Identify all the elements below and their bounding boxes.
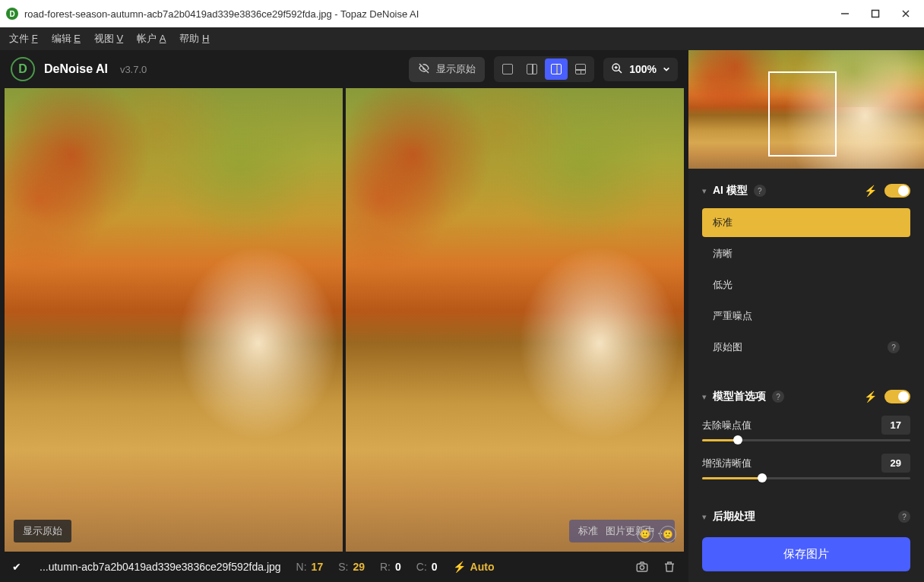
prefs-toggle[interactable] [884,390,910,403]
prefs-title: 模型首选项 [713,390,766,403]
sharpen-slider-row: 增强清晰值 29 [702,448,910,486]
rate-good-icon[interactable]: 🙂 [637,526,653,542]
model-clear[interactable]: 清晰 [702,239,910,268]
panel-model-prefs: ▾ 模型首选项 ? ⚡ 去除噪点值 17 [688,375,924,495]
window-titlebar: D road-forest-season-autumn-acb7a2b0419a… [0,0,924,27]
stat-s-label: S: [338,561,348,573]
post-title: 后期处理 [713,510,755,523]
auto-button[interactable]: ⚡Auto [453,561,495,573]
app-version-label: v3.7.0 [120,64,147,75]
rate-bad-icon[interactable]: 🙁 [660,526,676,542]
bolt-icon: ⚡ [864,185,877,197]
stat-c-label: C: [416,561,427,573]
denoise-value[interactable]: 17 [881,416,910,435]
stat-n-label: N: [296,561,307,573]
toolbar: D DeNoise AI v3.7.0 显示原始 100% [0,50,688,88]
help-icon[interactable]: ? [888,341,900,353]
check-icon: ✔ [12,561,21,573]
save-image-button[interactable]: 保存图片 [702,537,910,571]
help-icon[interactable]: ? [898,511,910,523]
chevron-down-icon: ▾ [702,392,707,402]
zoom-icon [611,62,623,77]
menu-account[interactable]: 帐户 A [137,32,166,46]
navigator[interactable] [688,50,924,169]
menubar: 文件 F 编辑 E 视图 V 帐户 A 帮助 H [0,27,924,50]
preview-original-pane[interactable]: 显示原始 [5,88,343,552]
model-raw[interactable]: 原始图? [702,333,910,362]
statusbar: ✔ ...utumn-acb7a2b0419ad339e3836ce29f592… [0,552,688,582]
show-original-label: 显示原始 [436,62,476,76]
sharpen-label: 增强清晰值 [702,457,752,470]
window-title: road-forest-season-autumn-acb7a2b0419ad3… [24,8,839,20]
app-logo: D [11,57,35,81]
camera-icon[interactable] [635,560,649,574]
help-icon[interactable]: ? [754,185,766,197]
view-mode-group [494,56,594,82]
svg-line-5 [619,70,622,73]
chevron-down-icon [663,63,670,75]
app-name-label: DeNoise AI [44,62,108,76]
navigator-viewport-rect[interactable] [768,71,837,157]
view-single-button[interactable] [496,59,519,80]
eye-off-icon [418,62,430,77]
help-icon[interactable]: ? [772,391,784,403]
panel-ai-model: ▾ AI 模型 ? ⚡ 标准 清晰 低光 严重噪点 原始图? [688,169,924,375]
sharpen-slider[interactable] [702,477,910,479]
stat-n-value: 17 [312,561,324,573]
panel-post-process: ▾ 后期处理 ? [688,495,924,533]
close-button[interactable] [900,8,912,20]
model-standard[interactable]: 标准 [702,208,910,237]
stat-r-value: 0 [395,561,401,573]
denoise-label: 去除噪点值 [702,419,752,432]
menu-edit[interactable]: 编辑 E [52,32,81,46]
app-icon: D [6,8,18,20]
ai-model-toggle[interactable] [884,184,910,198]
menu-help[interactable]: 帮助 H [179,32,209,46]
trash-icon[interactable] [663,560,676,574]
chevron-down-icon: ▾ [702,512,707,522]
model-severe-noise[interactable]: 严重噪点 [702,302,910,331]
panel-header-post[interactable]: ▾ 后期处理 ? [702,504,910,530]
view-split-button[interactable] [521,59,543,80]
sharpen-value[interactable]: 29 [881,454,910,473]
denoise-slider[interactable] [702,439,910,441]
svg-point-9 [640,565,644,569]
panel-header-prefs[interactable]: ▾ 模型首选项 ? ⚡ [702,384,910,410]
original-label: 显示原始 [14,520,71,542]
stat-r-label: R: [380,561,391,573]
chevron-down-icon: ▾ [702,186,707,196]
preview-area[interactable]: 显示原始 标准 图片更新中 ... 🙂 🙁 [0,88,688,552]
preview-result-pane[interactable]: 标准 图片更新中 ... [346,88,684,552]
stat-s-value: 29 [353,561,365,573]
menu-view[interactable]: 视图 V [94,32,123,46]
ai-model-title: AI 模型 [713,184,748,198]
bolt-icon: ⚡ [864,391,877,403]
minimize-button[interactable] [839,8,851,20]
show-original-button[interactable]: 显示原始 [409,57,485,82]
view-quad-button[interactable] [569,59,592,80]
settings-sidebar: ▾ AI 模型 ? ⚡ 标准 清晰 低光 严重噪点 原始图? ▾ 模型首选项 ? [688,50,924,582]
svg-rect-1 [872,11,879,17]
bolt-icon: ⚡ [453,561,466,573]
zoom-value: 100% [629,63,657,75]
view-sidebyside-button[interactable] [545,59,568,80]
result-model-label: 标准 [578,524,598,538]
stat-c-value: 0 [432,561,438,573]
menu-file[interactable]: 文件 F [9,32,38,46]
status-filename: ...utumn-acb7a2b0419ad339e3836ce29f592fd… [40,561,281,573]
maximize-button[interactable] [869,8,881,20]
zoom-control[interactable]: 100% [603,58,678,81]
panel-header-ai-model[interactable]: ▾ AI 模型 ? ⚡ [702,178,910,204]
model-low-light[interactable]: 低光 [702,270,910,299]
denoise-slider-row: 去除噪点值 17 [702,410,910,448]
